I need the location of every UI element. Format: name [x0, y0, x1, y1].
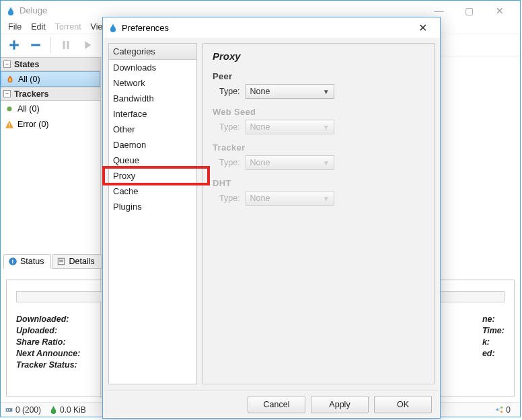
- category-plugins[interactable]: Plugins: [109, 199, 196, 214]
- select-value: None: [250, 87, 270, 96]
- cancel-button[interactable]: Cancel: [248, 396, 305, 413]
- category-network[interactable]: Network: [109, 75, 196, 91]
- svg-point-13: [500, 411, 502, 413]
- collapse-icon[interactable]: −: [3, 90, 11, 97]
- type-label: Type:: [219, 87, 240, 96]
- categories-header: Categories: [109, 44, 196, 60]
- svg-point-12: [500, 407, 502, 409]
- flame-icon: [5, 75, 15, 84]
- label-partial: ne:: [482, 314, 505, 324]
- preferences-body: Categories Downloads Network Bandwidth I…: [103, 38, 440, 390]
- sidebar-group-trackers[interactable]: − Trackers: [1, 87, 100, 101]
- sidebar-group-states[interactable]: − States: [1, 57, 100, 71]
- svg-point-0: [7, 106, 12, 111]
- warning-icon: [5, 120, 14, 129]
- bottom-tabs: i Status Details: [3, 254, 102, 269]
- proxy-group-webseed: Web Seed Type: None ▼: [213, 107, 424, 134]
- label-partial: k:: [482, 337, 505, 347]
- tab-label: Details: [69, 257, 94, 266]
- peer-type-select[interactable]: None ▼: [246, 84, 334, 99]
- connections-icon: [5, 405, 13, 414]
- label-uploaded: Uploaded:: [16, 326, 80, 335]
- tracker-type-select: None ▼: [246, 155, 334, 170]
- proxy-group-peer: Peer Type: None ▼: [213, 71, 424, 99]
- dht-type-select: None ▼: [246, 191, 334, 206]
- label-share-ratio: Share Ratio:: [16, 337, 80, 347]
- preferences-dialog: Preferences ✕ Categories Downloads Netwo…: [102, 17, 441, 419]
- svg-rect-2: [9, 126, 9, 126]
- maximize-button[interactable]: ▢: [454, 1, 484, 20]
- panel-title: Proxy: [213, 50, 424, 62]
- category-interface[interactable]: Interface: [109, 106, 196, 122]
- group-title: Web Seed: [213, 107, 424, 117]
- ok-button[interactable]: OK: [374, 396, 432, 413]
- pause-button[interactable]: [55, 35, 77, 55]
- svg-rect-1: [9, 123, 9, 126]
- preferences-titlebar: Preferences ✕: [103, 17, 440, 38]
- svg-rect-9: [7, 409, 8, 411]
- apply-button[interactable]: Apply: [311, 396, 369, 413]
- close-dialog-button[interactable]: ✕: [410, 22, 435, 34]
- category-other[interactable]: Other: [109, 122, 196, 137]
- preferences-panel: Proxy Peer Type: None ▼ Web Seed Type: N…: [202, 43, 435, 384]
- status-text: 0.0 KiB: [60, 405, 86, 415]
- sidebar-item-label: All (0): [17, 104, 40, 114]
- status-labels-left: Downloaded: Uploaded: Share Ratio: Next …: [16, 314, 80, 370]
- status-text: 0 (200): [15, 405, 41, 415]
- main-window-title: Deluge: [20, 5, 424, 15]
- pause-icon: [60, 39, 72, 51]
- remove-torrent-button[interactable]: [25, 35, 46, 55]
- minus-icon: [30, 39, 42, 51]
- preferences-categories: Categories Downloads Network Bandwidth I…: [108, 43, 197, 384]
- svg-text:i: i: [12, 259, 13, 265]
- toolbar-separator: [50, 37, 51, 53]
- status-download-speed[interactable]: 0.0 KiB: [49, 405, 86, 415]
- svg-line-14: [498, 408, 501, 409]
- add-torrent-button[interactable]: [3, 35, 25, 55]
- preferences-buttons: Cancel Apply OK: [103, 390, 440, 418]
- label-next-announce: Next Announce:: [16, 349, 80, 358]
- menu-torrent: Torrent: [50, 21, 86, 33]
- tab-label: Status: [20, 257, 44, 266]
- close-window-button[interactable]: ✕: [484, 1, 515, 20]
- group-title: Peer: [213, 71, 424, 81]
- type-label: Type:: [219, 194, 240, 203]
- category-downloads[interactable]: Downloads: [109, 60, 196, 75]
- status-network[interactable]: 0: [495, 405, 511, 415]
- status-connections[interactable]: 0 (200): [5, 405, 41, 415]
- tab-status[interactable]: i Status: [3, 254, 51, 269]
- category-bandwidth[interactable]: Bandwidth: [109, 91, 196, 106]
- proxy-group-tracker: Tracker Type: None ▼: [213, 142, 424, 170]
- status-text: 0: [506, 405, 511, 415]
- details-icon: [57, 257, 66, 266]
- svg-rect-10: [9, 409, 10, 411]
- tab-details[interactable]: Details: [52, 254, 102, 269]
- menu-file[interactable]: File: [3, 21, 26, 33]
- chevron-down-icon: ▼: [323, 159, 330, 167]
- type-label: Type:: [219, 158, 240, 167]
- svg-point-11: [496, 409, 498, 411]
- select-value: None: [250, 158, 270, 167]
- chevron-down-icon: ▼: [323, 88, 330, 95]
- proxy-group-dht: DHT Type: None ▼: [213, 178, 424, 206]
- sidebar-group-label: States: [14, 60, 40, 69]
- sidebar-item-all-trackers[interactable]: All (0): [1, 101, 100, 116]
- select-value: None: [250, 122, 270, 132]
- network-icon: [495, 405, 504, 414]
- select-value: None: [250, 194, 270, 203]
- category-proxy[interactable]: Proxy: [109, 168, 196, 183]
- play-icon: [81, 39, 94, 51]
- webseed-type-select: None ▼: [246, 120, 334, 134]
- group-title: Tracker: [213, 142, 424, 153]
- svg-line-15: [498, 410, 501, 411]
- sidebar-item-error-trackers[interactable]: Error (0): [1, 116, 100, 132]
- category-daemon[interactable]: Daemon: [109, 137, 196, 153]
- label-tracker-status: Tracker Status:: [16, 360, 80, 370]
- resume-button[interactable]: [77, 35, 98, 55]
- category-queue[interactable]: Queue: [109, 153, 196, 168]
- group-title: DHT: [213, 178, 424, 188]
- menu-edit[interactable]: Edit: [26, 21, 50, 33]
- collapse-icon[interactable]: −: [3, 60, 11, 68]
- sidebar-item-all-states[interactable]: All (0): [1, 71, 100, 87]
- category-cache[interactable]: Cache: [109, 183, 196, 199]
